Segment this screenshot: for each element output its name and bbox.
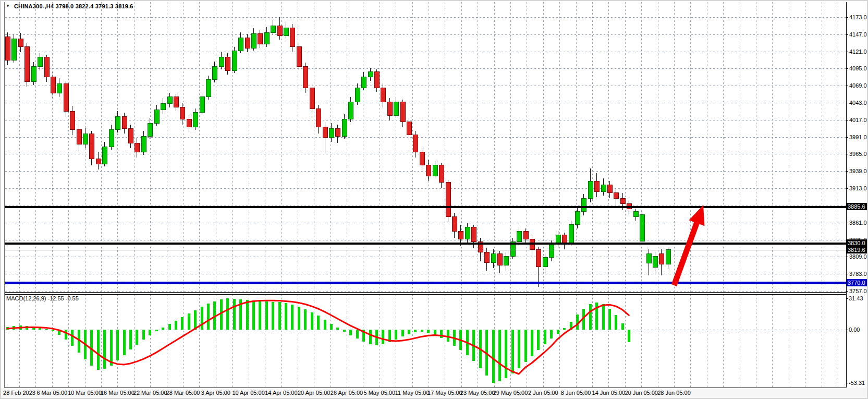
macd-histogram-bar <box>589 304 592 330</box>
candle-bull <box>232 51 237 70</box>
candle-bear <box>89 134 94 159</box>
chart-canvas[interactable] <box>1 1 868 399</box>
candle-bull <box>504 256 508 265</box>
candle-bull <box>206 80 211 97</box>
macd-histogram-bar <box>123 330 126 355</box>
macd-histogram-bar <box>621 323 624 330</box>
macd-histogram-bar <box>330 324 333 330</box>
trend-arrow-head[interactable] <box>689 205 704 226</box>
candle-bull <box>251 34 256 49</box>
macd-histogram-bar <box>252 300 255 330</box>
candle-bear <box>407 122 411 135</box>
candle-bull <box>83 134 88 144</box>
macd-histogram-bar <box>343 330 346 332</box>
candle-bear <box>594 181 599 191</box>
candle-bull <box>38 57 42 67</box>
candle-bull <box>161 103 165 110</box>
candle-bear <box>128 128 133 143</box>
candle-bull <box>219 57 224 67</box>
macd-histogram-bar <box>129 330 132 349</box>
candle-bull <box>193 113 198 127</box>
candle-bear <box>381 88 385 102</box>
candle-bull <box>31 67 36 82</box>
candle-bull <box>212 67 217 80</box>
macd-histogram-bar <box>576 315 579 330</box>
candle-bull <box>141 136 146 152</box>
candle-bull <box>200 97 204 113</box>
candle-bull <box>465 227 470 239</box>
macd-histogram-bar <box>447 330 449 342</box>
candle-bear <box>439 165 444 183</box>
candle-bear <box>458 231 463 239</box>
trend-arrow-shaft[interactable] <box>674 220 698 285</box>
candle-bull <box>646 253 651 263</box>
candle-bear <box>471 227 476 242</box>
candle-bull <box>115 117 120 130</box>
macd-histogram-bar <box>110 330 113 366</box>
macd-histogram-bar <box>71 330 74 346</box>
candle-bull <box>264 32 269 44</box>
candle-bull <box>640 215 644 241</box>
macd-histogram-bar <box>285 303 287 330</box>
macd-histogram-bar <box>304 309 307 330</box>
candle-bull <box>633 211 638 216</box>
macd-histogram-bar <box>278 302 281 330</box>
candle-bear <box>290 28 295 47</box>
macd-histogram-bar <box>168 324 171 330</box>
macd-histogram-bar <box>298 307 300 330</box>
candle-bear <box>323 127 327 138</box>
candle-bull <box>361 77 366 88</box>
macd-histogram-bar <box>162 328 164 330</box>
macd-histogram-bar <box>324 320 326 330</box>
candle-bear <box>135 143 139 152</box>
candle-bear <box>400 102 405 122</box>
macd-histogram-bar <box>349 330 352 335</box>
symbol-dropdown-icon[interactable]: ▼ <box>6 3 10 9</box>
candle-bear <box>387 102 392 115</box>
candle-bear <box>374 72 379 88</box>
macd-histogram-bar <box>563 328 566 330</box>
candle-bull <box>238 38 243 51</box>
candle-bull <box>575 211 580 224</box>
macd-histogram-bar <box>207 304 210 330</box>
macd-histogram-bar <box>369 330 372 344</box>
macd-histogram-bar <box>434 330 436 335</box>
macd-histogram-bar <box>511 330 514 373</box>
candle-bull <box>57 83 62 93</box>
macd-histogram-bar <box>149 330 151 335</box>
candle-bear <box>18 39 23 47</box>
candle-bear <box>536 249 541 267</box>
macd-histogram-bar <box>181 317 184 330</box>
chart-title-bar: ▼ CHINA300-,H4 3798.0 3822.4 3791.3 3819… <box>6 3 133 9</box>
macd-histogram-bar <box>65 330 67 340</box>
candle-bear <box>310 88 314 108</box>
candle-bear <box>620 198 625 203</box>
candle-bear <box>316 108 321 127</box>
candle-bull <box>148 123 152 136</box>
candle-bear <box>497 253 502 265</box>
macd-histogram-bar <box>518 330 520 368</box>
candle-bear <box>5 37 10 60</box>
candle-bear <box>523 231 528 239</box>
macd-histogram-bar <box>408 330 410 334</box>
candle-bear <box>187 119 191 127</box>
candle-bear <box>562 235 567 243</box>
candle-bull <box>271 26 275 32</box>
candle-bear <box>426 165 431 176</box>
candle-bull <box>666 250 670 264</box>
candle-bull <box>581 198 586 211</box>
macd-histogram-bar <box>259 301 261 330</box>
macd-histogram-bar <box>194 310 197 330</box>
candle-bear <box>64 83 68 111</box>
macd-histogram-bar <box>505 330 507 378</box>
candle-bear <box>277 26 282 35</box>
macd-histogram-bar <box>201 307 203 330</box>
candle-bull <box>543 258 547 267</box>
candle-bear <box>659 253 664 264</box>
macd-indicator-label: MACD(12,26,9) -12.55 -0.55 <box>6 295 79 301</box>
candle-bear <box>446 183 450 217</box>
candle-bull <box>517 231 521 241</box>
macd-histogram-bar <box>401 330 404 336</box>
macd-histogram-bar <box>272 302 274 330</box>
macd-histogram-bar <box>557 330 559 334</box>
